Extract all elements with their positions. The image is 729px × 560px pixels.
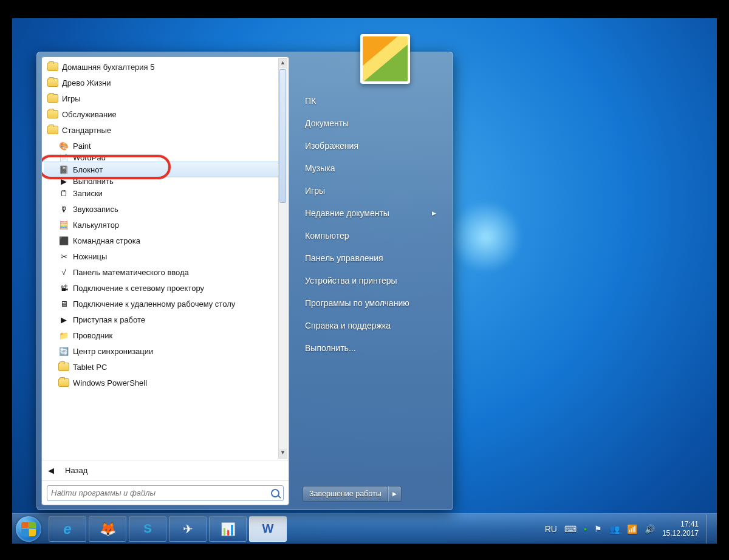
program-folder[interactable]: Древо Жизни — [44, 75, 278, 90]
tray-language[interactable]: RU — [545, 524, 557, 534]
folder-icon — [47, 63, 58, 71]
search-row: Найти программы и файлы — [42, 480, 289, 505]
program-item[interactable]: ▶Выполнить — [44, 177, 278, 185]
search-placeholder: Найти программы и файлы — [51, 488, 156, 497]
start-right-link[interactable]: ПК — [303, 89, 440, 112]
app-icon: 📓 — [58, 164, 69, 175]
folder-label: Стандартные — [62, 126, 111, 135]
right-link-label: Документы — [305, 118, 349, 128]
app-label: Блокнот — [73, 165, 103, 174]
start-right-link[interactable]: Панель управления — [303, 247, 440, 269]
keyboard-icon[interactable]: ⌨ — [564, 524, 577, 534]
volume-icon[interactable]: 🔊 — [645, 524, 655, 534]
right-link-label: Изображения — [305, 141, 358, 151]
start-right-link[interactable]: Документы — [303, 112, 440, 134]
start-right-link[interactable]: Музыка — [303, 157, 440, 179]
start-right-link[interactable]: Изображения — [303, 134, 440, 157]
program-item[interactable]: 🗒Записки — [44, 185, 278, 201]
program-folder[interactable]: Домашняя бухгалтерия 5 — [44, 59, 278, 75]
tray-icon[interactable]: ▪ — [584, 524, 587, 534]
wifi-icon[interactable]: 📶 — [627, 524, 637, 534]
app-icon: 🖥 — [58, 298, 69, 309]
folder-icon — [47, 126, 58, 134]
start-right-link[interactable]: Устройства и принтеры — [303, 269, 440, 292]
program-item[interactable]: ⬛Командная строка — [44, 233, 278, 248]
start-right-link[interactable]: Игры — [303, 179, 440, 202]
scroll-down-arrow[interactable]: ▼ — [279, 449, 287, 458]
taskbar-app-firefox[interactable]: 🦊 — [89, 516, 126, 542]
system-tray: RU ⌨ ▪ ⚑ 👥 📶 🔊 17:41 15.12.2017 — [545, 514, 717, 544]
program-item[interactable]: 🖥Подключение к удаленному рабочему столу — [44, 296, 278, 312]
back-button[interactable]: ◀ Назад — [42, 460, 289, 480]
program-item[interactable]: 🎙Звукозапись — [44, 201, 278, 217]
back-label: Назад — [65, 466, 87, 475]
start-menu: Домашняя бухгалтерия 5Древо ЖизниИгрыОбс… — [36, 52, 453, 510]
folder-icon — [58, 378, 69, 387]
user-picture[interactable] — [360, 34, 410, 84]
desktop[interactable]: Домашняя бухгалтерия 5Древо ЖизниИгрыОбс… — [12, 18, 717, 544]
programs-scrollbar[interactable]: ▲ ▼ — [278, 58, 287, 459]
program-item[interactable]: ▶Приступая к работе — [44, 312, 278, 327]
start-right-link[interactable]: Недавние документы — [303, 202, 440, 224]
taskbar-app-word[interactable]: W — [249, 516, 287, 542]
app-label: Подключение к сетевому проектору — [73, 284, 204, 293]
program-folder[interactable]: Стандартные — [44, 122, 278, 138]
all-programs-list: Домашняя бухгалтерия 5Древо ЖизниИгрыОбс… — [42, 57, 289, 460]
taskbar-app-task-manager[interactable]: 📊 — [209, 516, 247, 542]
folder-label: Игры — [62, 94, 81, 103]
start-menu-left-panel: Домашняя бухгалтерия 5Древо ЖизниИгрыОбс… — [41, 56, 289, 505]
app-icon: ▶ — [58, 314, 69, 325]
folder-label: Древо Жизни — [62, 78, 111, 87]
program-item[interactable]: ✂Ножницы — [44, 248, 278, 264]
scroll-up-arrow[interactable]: ▲ — [279, 59, 287, 68]
scroll-thumb[interactable] — [279, 69, 286, 203]
app-label: Подключение к удаленному рабочему столу — [73, 299, 235, 309]
program-item[interactable]: 📽Подключение к сетевому проектору — [44, 280, 278, 296]
action-center-icon[interactable]: ⚑ — [594, 524, 602, 534]
right-link-label: Справка и поддержка — [305, 321, 391, 330]
program-item[interactable]: 🎨Paint — [44, 138, 278, 154]
clock-date: 15.12.2017 — [662, 529, 699, 538]
start-button[interactable] — [12, 514, 45, 544]
program-item[interactable]: 📄WordPad — [44, 154, 278, 162]
app-label: Выполнить — [73, 177, 114, 185]
search-input[interactable]: Найти программы и файлы — [47, 485, 284, 501]
right-link-label: ПК — [305, 96, 316, 106]
start-right-link[interactable]: Программы по умолчанию — [303, 292, 440, 314]
network-icon[interactable]: 👥 — [609, 524, 620, 534]
app-label: Записки — [73, 189, 103, 198]
start-right-link[interactable]: Компьютер — [303, 224, 440, 247]
program-folder[interactable]: Tablet PC — [44, 359, 278, 375]
program-item[interactable]: 🧮Калькулятор — [44, 217, 278, 233]
app-icon: 📁 — [58, 330, 69, 341]
program-item[interactable]: 📓Блокнот — [44, 162, 278, 177]
folder-icon — [47, 94, 58, 103]
shutdown-label: Завершение работы — [309, 490, 382, 498]
right-link-label: Музыка — [305, 163, 335, 173]
search-icon — [271, 489, 279, 497]
taskbar-app-internet-explorer[interactable]: e — [49, 516, 86, 542]
program-folder[interactable]: Игры — [44, 90, 278, 106]
taskbar-app-skype[interactable]: S — [129, 516, 166, 542]
start-right-link[interactable]: Выполнить... — [303, 336, 440, 359]
app-label: Ножницы — [73, 252, 107, 261]
app-icon: 🔄 — [58, 346, 69, 357]
start-right-link[interactable]: Справка и поддержка — [303, 314, 440, 336]
program-folder[interactable]: Windows PowerShell — [44, 375, 278, 391]
folder-icon — [47, 110, 58, 118]
app-label: Приступая к работе — [73, 315, 145, 324]
program-folder[interactable]: Обслуживание — [44, 106, 278, 122]
shutdown-button[interactable]: Завершение работы — [303, 486, 388, 502]
program-item[interactable]: 🔄Центр синхронизации — [44, 343, 278, 359]
shutdown-options-arrow[interactable]: ▶ — [388, 486, 402, 502]
taskbar-app-telegram[interactable]: ✈ — [169, 516, 207, 542]
program-item[interactable]: √Панель математического ввода — [44, 264, 278, 280]
program-item[interactable]: 📁Проводник — [44, 327, 278, 343]
right-link-label: Программы по умолчанию — [305, 298, 409, 308]
taskbar-clock[interactable]: 17:41 15.12.2017 — [662, 520, 699, 538]
show-desktop-button[interactable] — [706, 514, 714, 544]
back-arrow-icon: ◀ — [48, 466, 54, 475]
right-link-label: Выполнить... — [305, 343, 356, 353]
app-icon: 📄 — [58, 154, 69, 162]
app-label: Центр синхронизации — [73, 347, 153, 356]
